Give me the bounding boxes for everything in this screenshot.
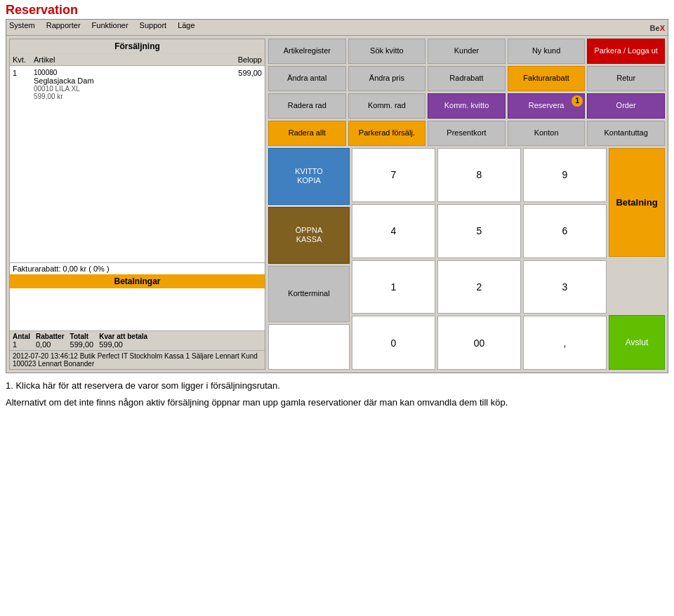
menu-rapporter[interactable]: Rapporter (46, 21, 81, 34)
table-header: Kvt. Artikel Belopp (10, 54, 265, 66)
numpad-1[interactable]: 1 (352, 260, 435, 314)
numpad-7[interactable]: 7 (352, 148, 435, 202)
numpad-3[interactable]: 3 (523, 260, 607, 314)
numpad-left: KVITTO KOPIA ÖPPNA KASSA Kortterminal (268, 148, 350, 370)
btn-oppna-kassa[interactable]: ÖPPNA KASSA (268, 207, 350, 264)
instructions: 1. Klicka här för att reservera de varor… (0, 373, 674, 415)
col-belopp-header: Belopp (213, 55, 262, 64)
btn-radera-rad[interactable]: Radera rad (268, 93, 346, 119)
btn-parkerad-forsalj[interactable]: Parkerad försälj. (348, 121, 426, 146)
btn-presentkort[interactable]: Presentkort (428, 121, 505, 146)
numpad-empty-left (268, 324, 350, 370)
empty-area (10, 288, 265, 330)
right-side-btns: Betalning Avslut (609, 148, 665, 370)
total-kvar: Kvar att betala 599,00 (99, 333, 147, 349)
numpad-row-2: 4 5 6 (352, 204, 607, 258)
menu-bar: System Rapporter Funktioner Support Läge… (6, 20, 668, 36)
menu-support[interactable]: Support (140, 21, 167, 34)
numpad-0[interactable]: 0 (352, 316, 435, 370)
btn-row-4: Radera allt Parkerad försälj. Presentkor… (268, 121, 665, 146)
row-kvt: 1 (13, 69, 34, 100)
table-body: 1 100080 Seglasjacka Dam 00010 LILA XL 5… (10, 66, 265, 262)
numpad-4[interactable]: 4 (352, 204, 435, 258)
btn-kontantuttag[interactable]: Kontantuttag (587, 121, 665, 146)
table-row[interactable]: 1 100080 Seglasjacka Dam 00010 LILA XL 5… (13, 67, 262, 102)
total-totalt: Totalt 599,00 (70, 333, 94, 349)
numpad-comma[interactable]: , (523, 316, 607, 370)
btn-radrabatt[interactable]: Radrabatt (428, 66, 505, 91)
artikel-name: Seglasjacka Dam (34, 76, 213, 85)
bex-logo: BeX (650, 21, 665, 34)
btn-kunder[interactable]: Kunder (428, 39, 505, 64)
btn-betalning[interactable]: Betalning (609, 148, 665, 257)
btn-avslut[interactable]: Avslut (609, 315, 665, 370)
page-title: Reservation (0, 0, 674, 19)
betalningar-bar[interactable]: Betalningar (10, 274, 265, 288)
btn-order[interactable]: Order (587, 93, 665, 119)
btn-komm-kvitto[interactable]: Komm. kvitto (428, 93, 505, 119)
row-artikel: 100080 Seglasjacka Dam 00010 LILA XL 599… (34, 69, 213, 100)
content-area: Försäljning Kvt. Artikel Belopp 1 100080… (6, 36, 668, 373)
numpad-row-1: 7 8 9 (352, 148, 607, 202)
menu-system[interactable]: System (9, 21, 35, 34)
instruction-line1: 1. Klicka här för att reservera de varor… (6, 379, 668, 393)
reservera-badge: 1 (571, 95, 583, 107)
left-panel: Försäljning Kvt. Artikel Belopp 1 100080… (9, 39, 265, 370)
artikel-price-small: 599,00 kr (34, 93, 213, 100)
total-antal: Antal 1 (13, 333, 30, 349)
btn-kortterminal[interactable]: Kortterminal (268, 266, 350, 323)
menu-funktioner[interactable]: Funktioner (92, 21, 128, 34)
instruction-line2: Alternativt om det inte finns någon akti… (6, 396, 668, 410)
col-artikel-header: Artikel (34, 55, 213, 64)
artikel-sub: 00010 LILA XL (34, 85, 213, 93)
numpad-00[interactable]: 00 (437, 316, 521, 370)
artikel-code: 100080 (34, 69, 213, 76)
btn-parkera-logga-ut[interactable]: Parkera / Logga ut (587, 39, 665, 64)
btn-fakturarabatt[interactable]: Fakturarabatt (508, 66, 586, 91)
col-kvt-header: Kvt. (13, 55, 34, 64)
right-side-empty (609, 259, 665, 313)
btn-row-1: Artikelregister Sök kvitto Kunder Ny kun… (268, 39, 665, 64)
btn-retur[interactable]: Retur (587, 66, 665, 91)
btn-sok-kvitto[interactable]: Sök kvitto (348, 39, 426, 64)
btn-konton[interactable]: Konton (508, 121, 586, 146)
right-panel: Artikelregister Sök kvitto Kunder Ny kun… (268, 39, 665, 370)
row-belopp: 599,00 (213, 69, 262, 100)
fakturarabatt-row: Fakturarabatt: 0,00 kr ( 0% ) (10, 262, 265, 274)
btn-kvitto-kopia[interactable]: KVITTO KOPIA (268, 148, 350, 205)
btn-komm-rad[interactable]: Komm. rad (348, 93, 426, 119)
btn-radera-allt[interactable]: Radera allt (268, 121, 346, 146)
numpad-9[interactable]: 9 (523, 148, 607, 202)
left-panel-title: Försäljning (10, 39, 265, 54)
btn-ny-kund[interactable]: Ny kund (508, 39, 586, 64)
totals-area: Antal 1 Rabatter 0,00 Totalt 599,00 Kvar… (10, 330, 265, 350)
numpad-6[interactable]: 6 (523, 204, 607, 258)
status-bar: 2012-07-20 13:46:12 Butik Perfect IT Sto… (10, 350, 265, 369)
numpad-row-3: 1 2 3 (352, 260, 607, 314)
numpad-2[interactable]: 2 (437, 260, 521, 314)
numpad-8[interactable]: 8 (437, 148, 521, 202)
btn-artikelregister[interactable]: Artikelregister (268, 39, 346, 64)
numpad-grid: 7 8 9 4 5 6 1 2 3 0 (352, 148, 607, 370)
btn-reservera[interactable]: Reservera 1 (508, 93, 586, 119)
numpad-section: KVITTO KOPIA ÖPPNA KASSA Kortterminal 7 … (268, 148, 665, 370)
btn-row-3: Radera rad Komm. rad Komm. kvitto Reserv… (268, 93, 665, 119)
menu-lage[interactable]: Läge (178, 21, 194, 34)
main-window: System Rapporter Funktioner Support Läge… (6, 19, 668, 373)
total-rabatter: Rabatter 0,00 (36, 333, 65, 349)
numpad-5[interactable]: 5 (437, 204, 521, 258)
btn-andra-pris[interactable]: Ändra pris (348, 66, 426, 91)
numpad-row-4: 0 00 , (352, 316, 607, 370)
btn-andra-antal[interactable]: Ändra antal (268, 66, 346, 91)
btn-row-2: Ändra antal Ändra pris Radrabatt Faktura… (268, 66, 665, 91)
